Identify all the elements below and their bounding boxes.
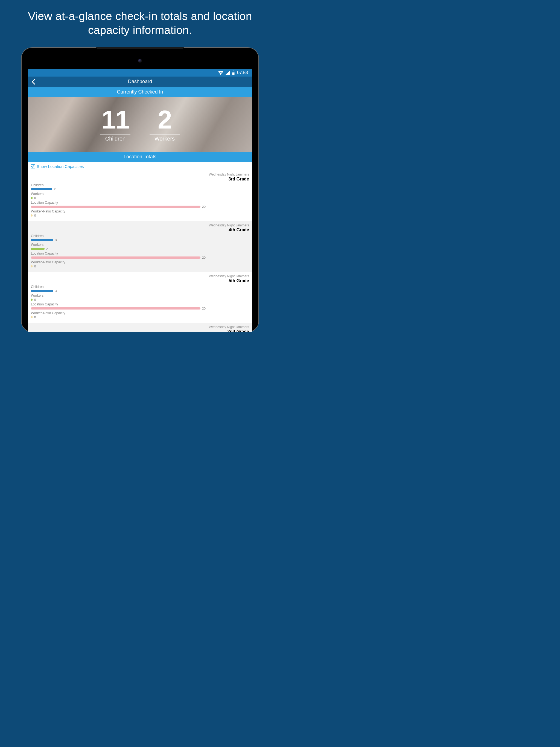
- workers-value: 2: [46, 247, 48, 251]
- children-value: 3: [55, 238, 57, 242]
- checkbox-checked-icon: [31, 164, 35, 169]
- workers-label: Workers: [150, 136, 180, 142]
- metric-label: Location Capacity: [31, 252, 249, 255]
- svg-rect-1: [233, 71, 234, 71]
- card-subtitle: Wednesday Night Jammers: [31, 274, 249, 278]
- metric-label: Location Capacity: [31, 302, 249, 306]
- wifi-icon: [218, 71, 223, 75]
- location-card[interactable]: Wednesday Night Jammers 3rd Grade Childr…: [28, 170, 252, 221]
- metric-workers: Workers 2: [31, 243, 249, 251]
- tablet-camera: [138, 59, 142, 62]
- workers-bar: [31, 299, 32, 301]
- children-value: 3: [55, 289, 57, 292]
- back-button[interactable]: [31, 79, 35, 85]
- children-bar: [31, 290, 53, 292]
- location-capacity-value: 20: [202, 307, 206, 310]
- metric-workers: Workers 0: [31, 192, 249, 200]
- worker-ratio-value: 0: [34, 214, 36, 217]
- metric-children: Children 3: [31, 285, 249, 292]
- metric-label: Workers: [31, 294, 249, 298]
- hero-stat-workers: 2 Workers: [150, 107, 180, 142]
- metric-children: Children 2: [31, 183, 249, 191]
- card-subtitle: Wednesday Night Jammers: [31, 223, 249, 227]
- metric-label: Worker-Ratio Capacity: [31, 209, 249, 213]
- card-title: 5th Grade: [31, 278, 249, 283]
- workers-value: 0: [34, 196, 36, 200]
- statusbar-time: 07:53: [237, 70, 248, 75]
- tablet-frame: 07:53 Dashboard Currently Checked In 11 …: [21, 47, 259, 332]
- metric-children: Children 3: [31, 234, 249, 242]
- location-capacity-bar: [31, 206, 200, 208]
- app-screen: 07:53 Dashboard Currently Checked In 11 …: [28, 69, 252, 332]
- worker-ratio-value: 0: [34, 315, 36, 319]
- metric-label: Workers: [31, 192, 249, 196]
- location-card[interactable]: Wednesday Night Jammers 5th Grade Childr…: [28, 272, 252, 323]
- metric-location-capacity: Location Capacity 20: [31, 201, 249, 208]
- children-count: 11: [100, 107, 130, 133]
- checked-in-header: Currently Checked In: [28, 87, 252, 97]
- children-value: 2: [54, 187, 55, 191]
- children-bar: [31, 239, 53, 241]
- metric-worker-ratio: Worker-Ratio Capacity 0: [31, 209, 249, 217]
- worker-ratio-bar: [31, 214, 32, 216]
- metric-location-capacity: Location Capacity 20: [31, 252, 249, 259]
- location-totals-header: Location Totals: [28, 152, 252, 162]
- workers-bar: [31, 248, 45, 250]
- metric-worker-ratio: Worker-Ratio Capacity 0: [31, 311, 249, 319]
- metric-label: Workers: [31, 243, 249, 247]
- workers-value: 0: [34, 298, 36, 301]
- statusbar: 07:53: [28, 69, 252, 77]
- location-card[interactable]: Wednesday Night Jammers 2nd Grade Childr…: [28, 323, 252, 332]
- metric-label: Worker-Ratio Capacity: [31, 260, 249, 264]
- worker-ratio-value: 0: [34, 265, 36, 268]
- metric-workers: Workers 0: [31, 294, 249, 301]
- location-capacity-bar: [31, 256, 200, 259]
- children-label: Children: [100, 136, 130, 142]
- location-capacity-bar: [31, 307, 200, 310]
- metric-worker-ratio: Worker-Ratio Capacity 0: [31, 260, 249, 268]
- signal-icon: [225, 71, 230, 75]
- battery-icon: [232, 71, 235, 75]
- show-capacities-toggle[interactable]: Show Location Capacities: [28, 162, 252, 170]
- worker-ratio-bar: [31, 265, 32, 267]
- card-title: 4th Grade: [31, 228, 249, 232]
- children-bar: [31, 188, 52, 190]
- metric-label: Worker-Ratio Capacity: [31, 311, 249, 315]
- workers-count: 2: [150, 107, 180, 133]
- metric-label: Location Capacity: [31, 201, 249, 205]
- metric-label: Children: [31, 234, 249, 238]
- card-title: 3rd Grade: [31, 177, 249, 182]
- svg-rect-2: [232, 73, 234, 75]
- show-capacities-label: Show Location Capacities: [36, 164, 84, 169]
- promo-headline: View at-a-glance check-in totals and loc…: [0, 0, 280, 37]
- hero-stat-children: 11 Children: [100, 107, 130, 142]
- navbar: Dashboard: [28, 77, 252, 87]
- page-title: Dashboard: [28, 79, 252, 84]
- worker-ratio-bar: [31, 316, 32, 318]
- tablet-notch: [96, 47, 184, 49]
- metric-location-capacity: Location Capacity 20: [31, 302, 249, 310]
- location-capacity-value: 20: [202, 205, 206, 208]
- metric-label: Children: [31, 183, 249, 187]
- metric-label: Children: [31, 285, 249, 289]
- card-title: 2nd Grade: [31, 329, 249, 332]
- hero-panel: 11 Children 2 Workers: [28, 97, 252, 152]
- location-card[interactable]: Wednesday Night Jammers 4th Grade Childr…: [28, 221, 252, 272]
- card-subtitle: Wednesday Night Jammers: [31, 325, 249, 329]
- location-capacity-value: 20: [202, 256, 206, 259]
- workers-bar: [31, 197, 32, 199]
- card-subtitle: Wednesday Night Jammers: [31, 173, 249, 176]
